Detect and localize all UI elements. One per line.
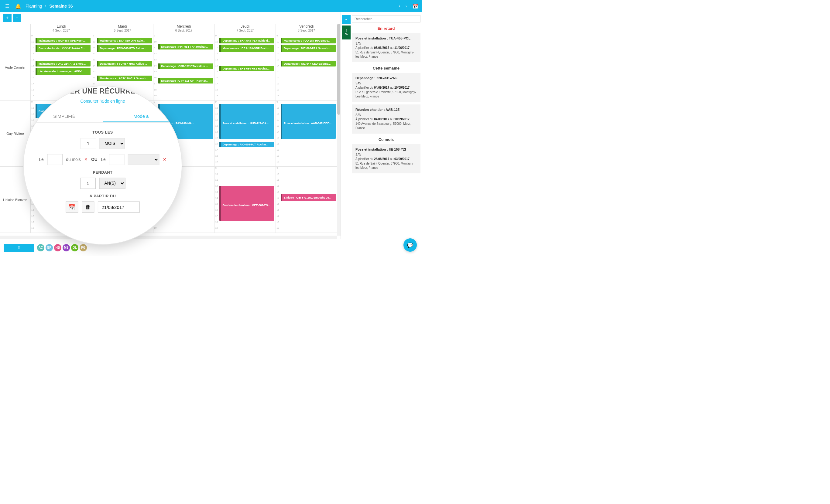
calendar-icon[interactable]: 📅	[412, 3, 419, 9]
prev-week-button[interactable]: ‹	[396, 4, 403, 8]
calendar-cell[interactable]: 910111213141516171819Gestion de chantier…	[214, 167, 276, 233]
calendar-event[interactable]: Depannage : GTY-811-OPT Rochar...	[158, 76, 213, 83]
calendar-event[interactable]: Gestion de chantiers : OEE-681-ZO...	[219, 184, 274, 221]
task-card[interactable]: Pose et installation : IIE-158-YZISAVÀ p…	[352, 144, 420, 173]
weekday-select[interactable]	[128, 154, 159, 165]
day-header: Vendredi8 Sept. 2017	[276, 24, 337, 34]
share-icon: ⇪	[17, 245, 21, 250]
calendar-icon: 📅	[68, 204, 75, 210]
export-button[interactable]: ⇪	[4, 244, 34, 252]
calendar-event[interactable]: Depannage : OIZ-647-KEU Salomo...	[281, 59, 336, 66]
clear-weekday-button[interactable]: ✕	[163, 157, 166, 162]
heading-week: Cette semaine	[352, 66, 420, 70]
calendar-event[interactable]: Depannage : OFR-157-BTA Kallus ...	[158, 62, 213, 69]
calendar-cell[interactable]: 910111213141516171819Pose et installatio…	[276, 100, 337, 166]
chat-fab[interactable]: 💬	[404, 238, 417, 252]
side-collapse-button[interactable]: «	[342, 15, 351, 24]
recurrence-modal: CRÉER UNE RÉCURRENCE Consulter l'aide en…	[24, 86, 182, 244]
calendar-event[interactable]: Maintenance : FOO-287-RIA Smoo...	[281, 36, 336, 43]
calendar-event[interactable]: Depannage : YRA-548-PZJ Mairie d...	[219, 36, 274, 43]
topbar: ☰ 🔔 Planning › Semaine 36 ‹ › 📅	[0, 0, 422, 12]
task-card[interactable]: Dépannage : ZNE-331-ZNESAVÀ planifier du…	[352, 73, 420, 102]
label-ou: OU	[91, 157, 98, 162]
basket-icon: 🛍	[345, 32, 348, 36]
duration-unit-select[interactable]: AN(S)	[99, 178, 125, 189]
start-date-input[interactable]	[98, 202, 140, 213]
vertical-scrollbar[interactable]	[337, 24, 341, 236]
calendar-event[interactable]: Livraison electromenager : ABB-1...	[36, 68, 91, 75]
avatar[interactable]: AC	[37, 244, 44, 251]
menu-icon[interactable]: ☰	[4, 2, 11, 10]
calendar-cell[interactable]: 910111213141516171819Sinistre : OEI-871-…	[276, 167, 337, 233]
calendar-cell[interactable]: 910111213141516171819Maintenance : FOO-2…	[276, 34, 337, 100]
avatar[interactable]: GR	[45, 244, 53, 251]
day-of-month-input[interactable]	[47, 154, 63, 165]
day-header: Lundi4 Sept. 2017	[30, 24, 92, 34]
label-le2: Le	[101, 157, 105, 162]
bottom-bar: ⇪ ACGRHBMSOLPG	[0, 239, 422, 256]
section-during: PENDANT	[26, 170, 180, 174]
day-header: Jeudi7 Sept. 2017	[214, 24, 276, 34]
avatar[interactable]: HB	[54, 244, 61, 251]
calendar-event[interactable]: Depannage : RIO-008-PLT Rochar...	[219, 140, 274, 147]
next-week-button[interactable]: ›	[403, 4, 410, 8]
calendar-event[interactable]: Depannage : PRO-568-PTD Salom...	[97, 45, 152, 52]
section-from: À PARTIR DU	[26, 194, 180, 198]
search-input[interactable]	[352, 15, 420, 23]
calendar-event[interactable]: Depannage : FYU-987-HHG Kallus ...	[97, 59, 152, 66]
resource-label: Aude Cormier	[0, 34, 30, 100]
task-card[interactable]: Réunion chantier : AAB-125SAVÀ planifier…	[352, 104, 420, 134]
calendar-event[interactable]: Maintenance : MAP-684-APE Roch...	[36, 36, 91, 43]
heading-late: En retard	[352, 26, 420, 31]
chat-icon: 💬	[407, 242, 413, 248]
every-value-input[interactable]	[81, 138, 96, 149]
side-panel: « 4 🛍 En retard Pose et installation : T…	[341, 12, 422, 239]
datepicker-button[interactable]: 📅	[66, 202, 78, 213]
avatar[interactable]: PG	[79, 244, 87, 251]
calendar-cell[interactable]: 910111213141516171819Pose et installatio…	[214, 100, 276, 166]
calendar-event[interactable]: Maintenance : ACT-110-RIA Smooth...	[97, 74, 152, 81]
horizontal-scrollbar[interactable]	[0, 236, 337, 239]
calendar-event[interactable]: Depannage : DIE-896-PZA Smooth...	[281, 45, 336, 52]
chevron-right-icon: ›	[45, 4, 46, 8]
calendar-cell[interactable]: 910111213141516171819Depannage : PPT-954…	[153, 34, 215, 100]
trash-icon: 🗑	[85, 204, 91, 210]
day-header: Mercredi6 Sept. 2017	[153, 24, 215, 34]
calendar-event[interactable]: Maintenance : OAJ-214-APZ Smoo...	[36, 59, 91, 66]
avatar[interactable]: MS	[63, 244, 70, 251]
bell-icon[interactable]: 🔔	[14, 2, 22, 10]
calendar-event[interactable]: Maintenance : BRA-110-OBP Roch...	[219, 45, 274, 52]
calendar-event[interactable]: Sinistre : OEI-871-ZUZ Smoothe Je...	[281, 194, 336, 201]
label-le: Le	[39, 157, 43, 162]
avatar[interactable]: OL	[71, 244, 78, 251]
task-card[interactable]: Pose et installation : TUA-458-POLSAVÀ p…	[352, 33, 420, 62]
side-basket-badge[interactable]: 4 🛍	[342, 26, 351, 39]
add-button[interactable]: +	[3, 14, 11, 22]
calendar-event[interactable]: Maintenance : BTA-869-OPT Salo...	[97, 36, 152, 43]
duration-value-input[interactable]	[80, 178, 96, 189]
calendar-event[interactable]: Devis electricite : KKK-111-AAA R...	[36, 45, 91, 52]
heading-month: Ce mois	[352, 137, 420, 142]
basket-count: 4	[345, 29, 347, 32]
day-header: Mardi5 Sept. 2017	[92, 24, 153, 34]
clear-date-button[interactable]: 🗑	[82, 202, 94, 213]
calendar-event[interactable]: Depannage : PPT-954-TRA Rochar...	[158, 42, 213, 49]
breadcrumb-current: Semaine 36	[50, 4, 73, 8]
every-unit-select[interactable]: MOIS	[99, 138, 125, 149]
calendar-cell[interactable]: 910111213141516171819Depannage : YRA-548…	[214, 34, 276, 100]
calendar-event[interactable]: Depannage : EHE-684-HYZ Rochar...	[219, 64, 274, 71]
calendar-event[interactable]: Pose et installation : AAB-547-BBE...	[281, 102, 336, 139]
section-every: TOUS LES	[26, 130, 180, 135]
nth-input[interactable]	[109, 154, 125, 165]
breadcrumb-root[interactable]: Planning	[26, 4, 42, 8]
remove-button[interactable]: −	[13, 14, 21, 22]
clear-day-button[interactable]: ✕	[84, 157, 88, 162]
label-dumois: du mois	[66, 157, 81, 162]
calendar-event[interactable]: Pose et installation : UUB-129-OA...	[219, 102, 274, 139]
